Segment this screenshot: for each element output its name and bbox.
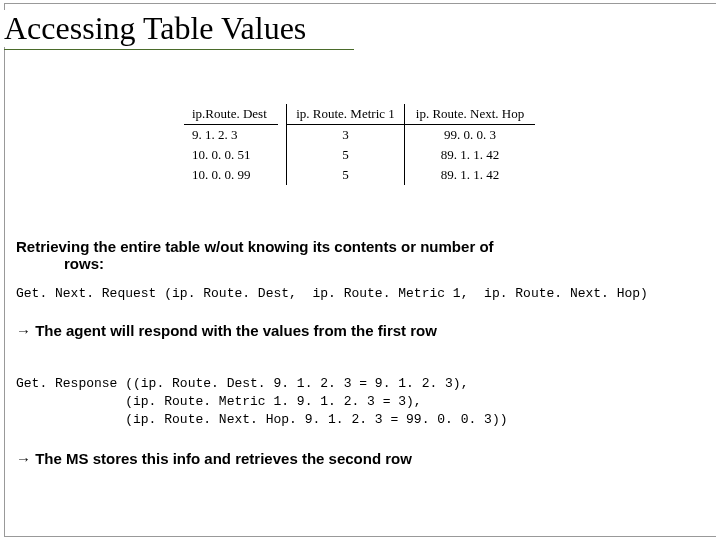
cell-nexthop: 89. 1. 1. 42 xyxy=(405,165,535,185)
title-underline xyxy=(4,49,354,50)
paragraph-retrieve: Retrieving the entire table w/out knowin… xyxy=(16,238,696,272)
arrow1-text: The agent will respond with the values f… xyxy=(31,322,437,339)
header-dest: ip.Route. Dest xyxy=(184,104,278,125)
arrow2-text: The MS stores this info and retrieves th… xyxy=(31,450,412,467)
column-nexthop: ip. Route. Next. Hop 99. 0. 0. 3 89. 1. … xyxy=(405,104,535,185)
para1-line1: Retrieving the entire table w/out knowin… xyxy=(16,238,494,255)
cell-metric: 5 xyxy=(287,145,404,165)
arrow-icon: → xyxy=(16,451,31,467)
cell-dest: 9. 1. 2. 3 xyxy=(184,125,278,145)
header-metric: ip. Route. Metric 1 xyxy=(287,104,404,125)
get-response-l1: Get. Response ((ip. Route. Dest. 9. 1. 2… xyxy=(16,376,468,391)
frame-left xyxy=(4,3,5,537)
getnext-request: Get. Next. Request (ip. Route. Dest, ip.… xyxy=(16,286,648,301)
para1-line2: rows: xyxy=(64,255,696,272)
frame-top xyxy=(4,3,716,4)
cell-nexthop: 99. 0. 0. 3 xyxy=(405,125,535,145)
page-title: Accessing Table Values xyxy=(4,10,314,47)
cell-metric: 5 xyxy=(287,165,404,185)
arrow-line-2: → The MS stores this info and retrieves … xyxy=(16,450,412,468)
routing-table: ip.Route. Dest 9. 1. 2. 3 10. 0. 0. 51 1… xyxy=(184,104,535,185)
get-response-l3: (ip. Route. Next. Hop. 9. 1. 2. 3 = 99. … xyxy=(16,412,507,427)
cell-dest: 10. 0. 0. 51 xyxy=(184,145,278,165)
cell-dest: 10. 0. 0. 99 xyxy=(184,165,278,185)
arrow-line-1: → The agent will respond with the values… xyxy=(16,322,437,340)
cell-metric: 3 xyxy=(287,125,404,145)
arrow-icon: → xyxy=(16,323,31,339)
column-dest: ip.Route. Dest 9. 1. 2. 3 10. 0. 0. 51 1… xyxy=(184,104,287,185)
get-response-l2: (ip. Route. Metric 1. 9. 1. 2. 3 = 3), xyxy=(16,394,422,409)
column-metric: ip. Route. Metric 1 3 5 5 xyxy=(287,104,405,185)
frame-bottom xyxy=(4,536,716,537)
header-nexthop: ip. Route. Next. Hop xyxy=(405,104,535,125)
cell-nexthop: 89. 1. 1. 42 xyxy=(405,145,535,165)
